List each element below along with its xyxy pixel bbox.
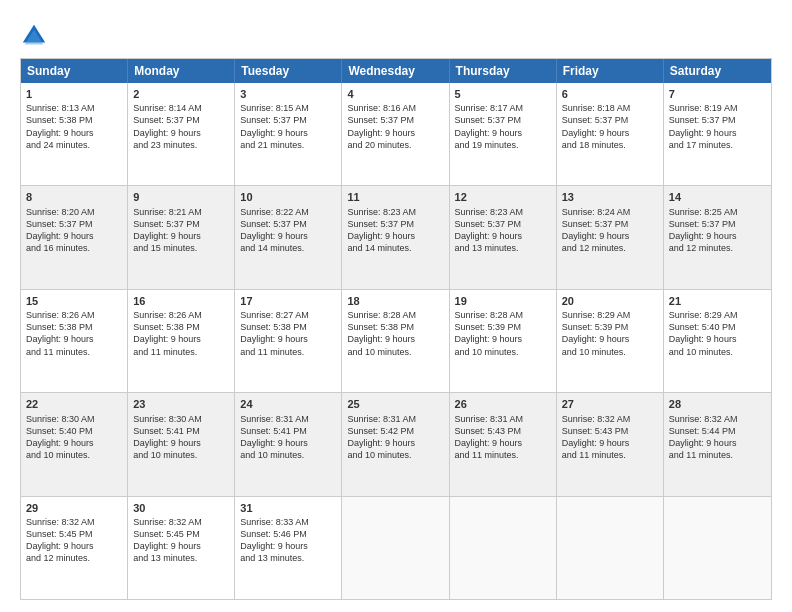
header-day-friday: Friday [557, 59, 664, 83]
cell-info: Sunrise: 8:18 AMSunset: 5:37 PMDaylight:… [562, 102, 658, 151]
cell-info: Sunrise: 8:32 AMSunset: 5:45 PMDaylight:… [26, 516, 122, 565]
cell-info: Sunrise: 8:32 AMSunset: 5:44 PMDaylight:… [669, 413, 766, 462]
cell-info: Sunrise: 8:27 AMSunset: 5:38 PMDaylight:… [240, 309, 336, 358]
cell-info: Sunrise: 8:29 AMSunset: 5:39 PMDaylight:… [562, 309, 658, 358]
header-day-saturday: Saturday [664, 59, 771, 83]
day-cell-30: 30Sunrise: 8:32 AMSunset: 5:45 PMDayligh… [128, 497, 235, 599]
day-number: 18 [347, 294, 443, 308]
cell-info: Sunrise: 8:14 AMSunset: 5:37 PMDaylight:… [133, 102, 229, 151]
header-day-sunday: Sunday [21, 59, 128, 83]
cell-info: Sunrise: 8:33 AMSunset: 5:46 PMDaylight:… [240, 516, 336, 565]
day-number: 24 [240, 397, 336, 411]
day-number: 7 [669, 87, 766, 101]
day-number: 2 [133, 87, 229, 101]
day-number: 16 [133, 294, 229, 308]
empty-cell [342, 497, 449, 599]
cell-info: Sunrise: 8:19 AMSunset: 5:37 PMDaylight:… [669, 102, 766, 151]
day-cell-4: 4Sunrise: 8:16 AMSunset: 5:37 PMDaylight… [342, 83, 449, 185]
day-cell-28: 28Sunrise: 8:32 AMSunset: 5:44 PMDayligh… [664, 393, 771, 495]
day-number: 27 [562, 397, 658, 411]
day-cell-1: 1Sunrise: 8:13 AMSunset: 5:38 PMDaylight… [21, 83, 128, 185]
day-number: 22 [26, 397, 122, 411]
cell-info: Sunrise: 8:28 AMSunset: 5:38 PMDaylight:… [347, 309, 443, 358]
day-cell-25: 25Sunrise: 8:31 AMSunset: 5:42 PMDayligh… [342, 393, 449, 495]
cell-info: Sunrise: 8:31 AMSunset: 5:41 PMDaylight:… [240, 413, 336, 462]
day-cell-27: 27Sunrise: 8:32 AMSunset: 5:43 PMDayligh… [557, 393, 664, 495]
day-cell-19: 19Sunrise: 8:28 AMSunset: 5:39 PMDayligh… [450, 290, 557, 392]
day-cell-13: 13Sunrise: 8:24 AMSunset: 5:37 PMDayligh… [557, 186, 664, 288]
cell-info: Sunrise: 8:20 AMSunset: 5:37 PMDaylight:… [26, 206, 122, 255]
day-number: 21 [669, 294, 766, 308]
cell-info: Sunrise: 8:24 AMSunset: 5:37 PMDaylight:… [562, 206, 658, 255]
calendar-row-4: 29Sunrise: 8:32 AMSunset: 5:45 PMDayligh… [21, 497, 771, 599]
day-cell-22: 22Sunrise: 8:30 AMSunset: 5:40 PMDayligh… [21, 393, 128, 495]
page: SundayMondayTuesdayWednesdayThursdayFrid… [0, 0, 792, 612]
logo-icon [20, 22, 48, 50]
day-number: 26 [455, 397, 551, 411]
day-cell-15: 15Sunrise: 8:26 AMSunset: 5:38 PMDayligh… [21, 290, 128, 392]
day-cell-12: 12Sunrise: 8:23 AMSunset: 5:37 PMDayligh… [450, 186, 557, 288]
day-cell-17: 17Sunrise: 8:27 AMSunset: 5:38 PMDayligh… [235, 290, 342, 392]
day-cell-16: 16Sunrise: 8:26 AMSunset: 5:38 PMDayligh… [128, 290, 235, 392]
cell-info: Sunrise: 8:29 AMSunset: 5:40 PMDaylight:… [669, 309, 766, 358]
day-number: 8 [26, 190, 122, 204]
cell-info: Sunrise: 8:32 AMSunset: 5:45 PMDaylight:… [133, 516, 229, 565]
day-number: 23 [133, 397, 229, 411]
day-cell-2: 2Sunrise: 8:14 AMSunset: 5:37 PMDaylight… [128, 83, 235, 185]
calendar-row-0: 1Sunrise: 8:13 AMSunset: 5:38 PMDaylight… [21, 83, 771, 186]
day-number: 4 [347, 87, 443, 101]
empty-cell [557, 497, 664, 599]
day-cell-6: 6Sunrise: 8:18 AMSunset: 5:37 PMDaylight… [557, 83, 664, 185]
logo [20, 22, 52, 50]
day-cell-11: 11Sunrise: 8:23 AMSunset: 5:37 PMDayligh… [342, 186, 449, 288]
cell-info: Sunrise: 8:30 AMSunset: 5:40 PMDaylight:… [26, 413, 122, 462]
cell-info: Sunrise: 8:23 AMSunset: 5:37 PMDaylight:… [347, 206, 443, 255]
header-day-wednesday: Wednesday [342, 59, 449, 83]
day-number: 5 [455, 87, 551, 101]
cell-info: Sunrise: 8:32 AMSunset: 5:43 PMDaylight:… [562, 413, 658, 462]
day-cell-31: 31Sunrise: 8:33 AMSunset: 5:46 PMDayligh… [235, 497, 342, 599]
day-cell-5: 5Sunrise: 8:17 AMSunset: 5:37 PMDaylight… [450, 83, 557, 185]
header-day-tuesday: Tuesday [235, 59, 342, 83]
day-number: 9 [133, 190, 229, 204]
day-number: 14 [669, 190, 766, 204]
empty-cell [450, 497, 557, 599]
calendar-row-2: 15Sunrise: 8:26 AMSunset: 5:38 PMDayligh… [21, 290, 771, 393]
header-day-thursday: Thursday [450, 59, 557, 83]
day-number: 1 [26, 87, 122, 101]
day-cell-20: 20Sunrise: 8:29 AMSunset: 5:39 PMDayligh… [557, 290, 664, 392]
cell-info: Sunrise: 8:28 AMSunset: 5:39 PMDaylight:… [455, 309, 551, 358]
day-number: 29 [26, 501, 122, 515]
day-cell-29: 29Sunrise: 8:32 AMSunset: 5:45 PMDayligh… [21, 497, 128, 599]
day-number: 10 [240, 190, 336, 204]
day-cell-3: 3Sunrise: 8:15 AMSunset: 5:37 PMDaylight… [235, 83, 342, 185]
header-day-monday: Monday [128, 59, 235, 83]
cell-info: Sunrise: 8:26 AMSunset: 5:38 PMDaylight:… [26, 309, 122, 358]
day-cell-7: 7Sunrise: 8:19 AMSunset: 5:37 PMDaylight… [664, 83, 771, 185]
day-number: 28 [669, 397, 766, 411]
day-number: 17 [240, 294, 336, 308]
day-cell-9: 9Sunrise: 8:21 AMSunset: 5:37 PMDaylight… [128, 186, 235, 288]
cell-info: Sunrise: 8:30 AMSunset: 5:41 PMDaylight:… [133, 413, 229, 462]
cell-info: Sunrise: 8:21 AMSunset: 5:37 PMDaylight:… [133, 206, 229, 255]
day-number: 12 [455, 190, 551, 204]
day-number: 11 [347, 190, 443, 204]
cell-info: Sunrise: 8:31 AMSunset: 5:43 PMDaylight:… [455, 413, 551, 462]
day-cell-24: 24Sunrise: 8:31 AMSunset: 5:41 PMDayligh… [235, 393, 342, 495]
day-number: 25 [347, 397, 443, 411]
day-cell-21: 21Sunrise: 8:29 AMSunset: 5:40 PMDayligh… [664, 290, 771, 392]
day-cell-10: 10Sunrise: 8:22 AMSunset: 5:37 PMDayligh… [235, 186, 342, 288]
day-number: 3 [240, 87, 336, 101]
cell-info: Sunrise: 8:25 AMSunset: 5:37 PMDaylight:… [669, 206, 766, 255]
cell-info: Sunrise: 8:15 AMSunset: 5:37 PMDaylight:… [240, 102, 336, 151]
cell-info: Sunrise: 8:13 AMSunset: 5:38 PMDaylight:… [26, 102, 122, 151]
header [20, 18, 772, 50]
cell-info: Sunrise: 8:26 AMSunset: 5:38 PMDaylight:… [133, 309, 229, 358]
day-cell-14: 14Sunrise: 8:25 AMSunset: 5:37 PMDayligh… [664, 186, 771, 288]
calendar-body: 1Sunrise: 8:13 AMSunset: 5:38 PMDaylight… [21, 83, 771, 599]
day-number: 30 [133, 501, 229, 515]
empty-cell [664, 497, 771, 599]
day-number: 15 [26, 294, 122, 308]
day-cell-23: 23Sunrise: 8:30 AMSunset: 5:41 PMDayligh… [128, 393, 235, 495]
day-number: 31 [240, 501, 336, 515]
